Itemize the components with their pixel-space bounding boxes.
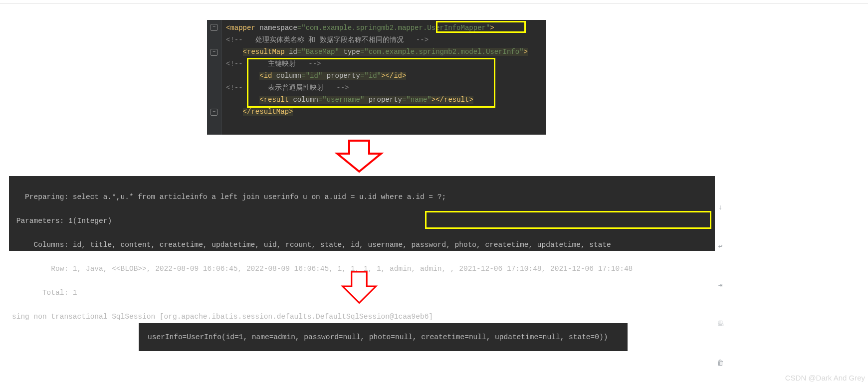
console-line: Parameters: 1(Integer) xyxy=(12,215,710,227)
scroll-icon[interactable]: ⇥ xyxy=(716,281,725,290)
code-line: <id column="id" property="id"></id> xyxy=(226,70,528,82)
code-line: <!-- 处理实体类名称 和 数据字段名称不相同的情况 --> xyxy=(226,34,528,46)
fold-marker[interactable]: − xyxy=(211,109,217,116)
console-toolbar: ↓ ↩ ⇥ 🖶 🗑 xyxy=(716,179,726,386)
code-line: <result column="username" property="name… xyxy=(226,94,528,106)
watermark-text: CSDN @Dark And Grey xyxy=(785,374,865,382)
sql-log-console: Preparing: select a.*,u.* from articlein… xyxy=(9,176,715,251)
code-line: <resultMap id="BaseMap" type="com.exampl… xyxy=(226,46,528,58)
fold-marker[interactable]: − xyxy=(211,24,217,31)
output-userinfo: userInfo=UserInfo(id=1, name=admin, pass… xyxy=(139,323,628,351)
console-line: Columns: id, title, content, createtime,… xyxy=(12,239,710,251)
code-line: <!-- 主键映射 --> xyxy=(226,58,528,70)
code-line: <!-- 表示普通属性映射 --> xyxy=(226,82,528,94)
code-line: </resultMap> xyxy=(226,106,528,118)
editor-gutter: − − − xyxy=(207,20,222,135)
print-icon[interactable]: 🖶 xyxy=(716,320,725,329)
arrow-down-icon xyxy=(334,139,384,174)
code-line: <mapper namespace="com.example.springmb2… xyxy=(226,22,528,34)
xml-code-editor: − − − <mapper namespace="com.example.spr… xyxy=(207,20,546,135)
fold-marker[interactable]: − xyxy=(211,49,217,56)
wrap-icon[interactable]: ↩ xyxy=(716,242,725,251)
arrow-down-icon xyxy=(334,270,384,305)
download-icon[interactable]: ↓ xyxy=(716,203,725,212)
trash-icon[interactable]: 🗑 xyxy=(716,359,725,368)
console-line: Preparing: select a.*,u.* from articlein… xyxy=(12,191,710,203)
console-line: sing non transactional SqlSession [org.a… xyxy=(12,311,710,323)
top-toolbar-border xyxy=(0,0,868,4)
